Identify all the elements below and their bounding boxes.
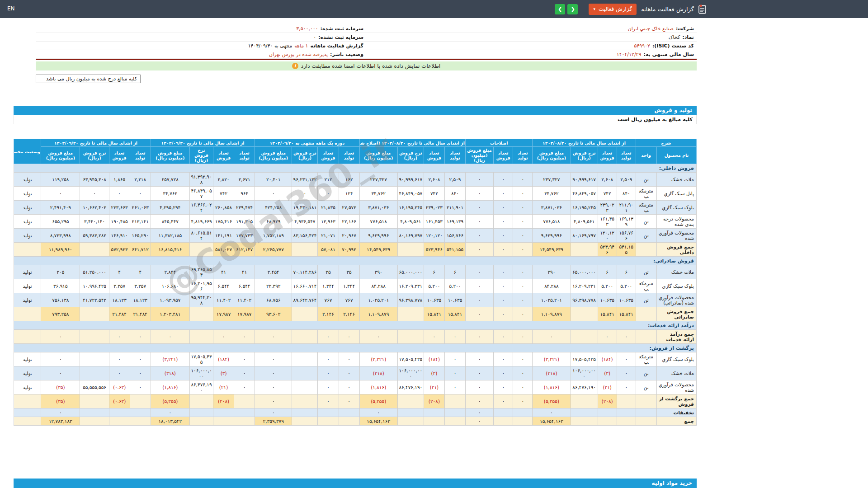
value-cell: ۰ [130,366,151,380]
value-cell: ۰ [494,307,513,321]
value-cell: ۰ [41,352,80,366]
table-row: بلوک سبک گازيمترمکعب۰(۱۸۴)۱۷,۵۰۵,۴۳۵(۳,۲… [14,352,697,366]
info-value: ۰ [313,34,316,40]
column-header: مبلغ فروش (میلیون ریال) [151,147,189,164]
value-cell: ۰ [494,229,513,243]
value-cell: ۴,۸۱۹,۶۶۹ [189,215,213,229]
value-cell: ۰ [466,352,494,366]
value-cell: ۸۳,۱۵۶,۴۲۴ [292,229,318,243]
value-cell: ۲۵۷,۷۲۸ [151,173,189,187]
value-cell: ۰ [234,380,255,394]
info-row: وضعیت ناشر:پذيرفته شده در بورس تهران [36,50,366,59]
next-section-bar: خرید مواد اولیه [14,479,697,488]
status-cell [14,394,41,408]
value-cell: ۷۰,۱۱۴,۲۸۶ [292,265,318,279]
value-cell [444,417,465,426]
section-row-label: برگشت از فروش: [14,344,697,352]
unit-cell: تن [636,293,656,307]
value-cell: ۰ [339,352,359,366]
info-row: گزارش فعالیت ماهانه۱ ماههمنتهی به ۱۴۰۴/۰… [36,42,366,50]
table-row: جمع فروش داخلی۵۴۱,۱۵۵۵۲۳,۹۴۶۱۴,۵۴۹,۶۳۹۰۰… [14,243,697,257]
value-cell: ۵۲۳,۹۴۶ [424,243,444,257]
unit-cell: مترمکعب [636,201,656,215]
value-cell: ۱۵,۸۴۱ [617,307,636,321]
table-row: جمع۱۵,۶۵۴,۱۶۳۰۱۵,۶۵۴,۱۶۳۲,۳۵۹,۳۷۹۱۸,۰۱۳,… [14,417,697,426]
value-cell: ۰ [318,352,339,366]
value-cell: ۰ [444,352,465,366]
report-type-label: گزارش فعالیت [599,6,632,12]
value-cell [292,352,318,366]
value-cell: ۷۷۶,۵۱۸ [359,215,397,229]
value-cell: ۷۴۲ [424,187,444,201]
status-cell: تولید [14,201,41,215]
value-cell: ۷۵۶,۱۳۸ [41,293,80,307]
table-row: فروش صادراتی: [14,257,697,265]
value-cell: (۲۰۸) [598,394,617,408]
info-label: نماد: [682,34,694,40]
value-cell: ۰ [513,187,533,201]
value-cell: ۰ [494,380,513,394]
value-cell [513,417,533,426]
value-cell: ۰ [130,380,151,394]
value-cell: ۶۸,۷۵۶ [255,293,292,307]
value-cell: ۴۱ [234,265,255,279]
column-header: مبلغ فروش (میلیون ریال) [41,147,80,164]
status-cell: تولید [14,173,41,187]
prev-report-button[interactable]: ❯ [555,4,565,14]
info-value: پذيرفته شده در بورس تهران [269,52,328,57]
value-cell: ۰ [255,187,292,201]
value-cell: ۰ [513,352,533,366]
value-cell: ۴,۲۹۵,۲۹۴ [151,201,189,215]
value-cell [424,417,444,426]
next-report-button[interactable]: ❮ [567,4,578,14]
production-sales-table: شرحاز ابتدای سال مالی تا تاریخ ۱۴۰۴/۰۸/۳… [14,139,697,426]
value-cell: ۲۳۹,۴۷۴ [234,201,255,215]
value-cell: ۰ [151,330,189,344]
value-cell: ۰ [466,229,494,243]
value-cell: ۲۳۹,۰۲۳ [598,201,617,215]
value-cell: ۰ [339,394,359,408]
value-cell: ۲۶۱,۰۶۳ [130,201,151,215]
value-cell [397,417,424,426]
product-name-cell: ملات خشک [656,366,696,380]
value-cell: ۷۴۲ [213,187,234,201]
report-type-button[interactable]: گزارش فعالیت ▾ [589,4,637,15]
value-cell: (۱,۸۱۶) [151,380,189,394]
value-cell: ۰ [494,279,513,293]
value-cell: ۰ [339,366,359,380]
value-cell [397,408,424,417]
product-name-cell: بلوک سبک گازي [656,201,696,215]
value-cell: ۲,۲۶۵,۷۷۷ [255,243,292,257]
value-cell: ۳۴,۷۶۲ [151,187,189,201]
value-cell: ۰ [80,187,109,201]
unit-cell [636,417,656,426]
value-cell [318,408,339,417]
value-cell: ۹,۶۲۹,۹۹۶ [533,229,571,243]
value-cell [318,417,339,426]
topbar-controls: گزارش فعالیت ماهانه گزارش فعالیت ▾ ❮ ❯ [555,0,706,18]
value-cell: ۱۰,۶۳۵ [617,293,636,307]
language-toggle[interactable]: EN [7,5,15,12]
value-cell: ۱۴,۵۴۹,۶۳۹ [533,243,571,257]
value-cell: ۱۷,۵۰۵,۴۳۵ [571,352,598,366]
value-cell: ۱۶۱,۴۵۳ [424,215,444,229]
column-header: تعداد فروش [318,147,339,164]
value-cell: ۰ [533,330,571,344]
value-cell: ۲۳۳,۶۶۳ [109,201,130,215]
value-cell: ۵۲۳,۹۴۶ [598,243,617,257]
column-header: دوره یک ماهه منتهی به ۱۴۰۴/۰۹/۳۰ [255,139,359,147]
value-cell: ۱۶,۸۱۵,۴۱۶ [151,243,189,257]
value-cell: ۱,۱۰۹,۸۷۹ [359,307,397,321]
value-cell: ۱۶,۴۶۶,۰۲۴ [189,201,213,215]
value-cell: ۸,۷۲۳,۹۹۸ [41,229,80,243]
value-cell: ۶۹,۳۶۵,۸۵۴ [189,265,213,279]
value-cell: ۲۲,۱۶۶ [339,215,359,229]
value-cell: ۰ [318,187,339,201]
value-cell [80,394,109,408]
value-cell [617,417,636,426]
value-cell: ۰ [466,243,494,257]
value-cell: ۱۷,۵۰۵,۴۳۵ [189,352,213,366]
info-label: سرمایه ثبت نشده: [318,34,363,40]
value-cell: ۴,۸۰۹,۵۶۱ [397,215,424,229]
value-cell: (۳۵) [41,394,80,408]
